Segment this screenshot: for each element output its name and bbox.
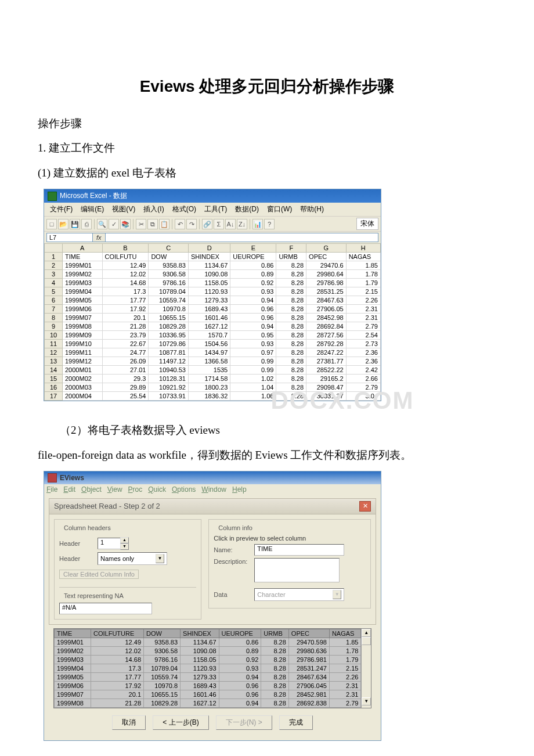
cell[interactable]: 1.06 bbox=[230, 392, 276, 401]
cell[interactable]: 8.28 bbox=[276, 348, 306, 357]
menu-item[interactable]: 格式(O) bbox=[169, 204, 200, 215]
cell[interactable]: 14.68 bbox=[102, 279, 149, 287]
cell[interactable]: 1134.67 bbox=[181, 638, 219, 646]
cell[interactable]: 28522.22 bbox=[306, 366, 347, 375]
cell[interactable]: 25.54 bbox=[102, 392, 149, 401]
cell[interactable]: 1999M01 bbox=[55, 638, 91, 646]
cell[interactable]: 0.94 bbox=[219, 699, 261, 707]
row-header[interactable]: 4 bbox=[45, 279, 63, 287]
cell[interactable]: 8.28 bbox=[276, 357, 306, 366]
cell[interactable]: 1158.05 bbox=[188, 279, 230, 287]
cell[interactable]: 17.3 bbox=[102, 287, 149, 296]
cell[interactable]: 17.92 bbox=[91, 681, 144, 690]
back-button[interactable]: < 上一步(B) bbox=[153, 715, 208, 730]
column-header[interactable]: B bbox=[102, 244, 149, 253]
cell[interactable]: 27.01 bbox=[102, 366, 149, 375]
menu-item[interactable]: Quick bbox=[148, 485, 166, 494]
cell[interactable]: 1120.93 bbox=[181, 664, 219, 672]
cell[interactable]: 10921.92 bbox=[149, 383, 189, 392]
cell[interactable]: 1627.12 bbox=[188, 322, 230, 331]
name-input[interactable]: TIME bbox=[254, 544, 344, 556]
cell[interactable]: 1535 bbox=[188, 366, 230, 375]
cell[interactable]: 1090.08 bbox=[188, 270, 230, 279]
cell[interactable]: 12.49 bbox=[91, 638, 144, 646]
row-header[interactable]: 7 bbox=[45, 305, 63, 314]
copy-icon[interactable]: ⧉ bbox=[147, 219, 158, 229]
cell[interactable]: 23.79 bbox=[102, 331, 149, 340]
row-header[interactable]: 1 bbox=[45, 253, 63, 261]
cell[interactable]: 0.94 bbox=[219, 672, 261, 681]
menu-item[interactable]: Window bbox=[201, 485, 226, 494]
menu-item[interactable]: Object bbox=[81, 485, 102, 494]
fx-icon[interactable]: fx bbox=[93, 233, 106, 242]
cell[interactable]: 2.73 bbox=[346, 340, 380, 348]
cell[interactable]: 0.89 bbox=[230, 270, 276, 279]
cell[interactable]: 26.09 bbox=[102, 357, 149, 366]
cell[interactable]: 8.28 bbox=[276, 322, 306, 331]
cell[interactable]: 27906.05 bbox=[306, 305, 347, 314]
cell[interactable]: 2.54 bbox=[346, 331, 380, 340]
cell[interactable]: 29786.981 bbox=[288, 655, 329, 664]
cell[interactable]: 9306.58 bbox=[144, 646, 181, 655]
spell-icon[interactable]: ✓ bbox=[109, 219, 119, 229]
column-header[interactable]: F bbox=[276, 244, 306, 253]
cell[interactable]: 29.3 bbox=[102, 375, 149, 383]
cell[interactable]: 0.96 bbox=[219, 690, 261, 699]
close-icon[interactable]: ✕ bbox=[359, 501, 371, 512]
excel-spreadsheet[interactable]: ABCDEFGH1TIMECOILFUTUDOWSHINDEXUEUROPEUR… bbox=[44, 243, 381, 401]
cell[interactable]: OPEC bbox=[306, 253, 347, 261]
redo-icon[interactable]: ↷ bbox=[186, 219, 197, 229]
cell[interactable]: 27906.045 bbox=[288, 681, 329, 690]
cell[interactable]: 20.1 bbox=[91, 690, 144, 699]
cell[interactable]: 30031.37 bbox=[306, 392, 347, 401]
cell[interactable]: 1999M03 bbox=[55, 655, 91, 664]
cell[interactable]: 8.28 bbox=[261, 664, 289, 672]
cell[interactable]: 8.28 bbox=[276, 314, 306, 322]
cell[interactable]: 10970.8 bbox=[149, 305, 189, 314]
spin-down-icon[interactable]: ▼ bbox=[120, 543, 129, 550]
cell[interactable]: 28531.247 bbox=[288, 664, 329, 672]
cell[interactable]: 10729.86 bbox=[149, 340, 189, 348]
cell[interactable]: 8.28 bbox=[276, 261, 306, 270]
chart-icon[interactable]: 📊 bbox=[252, 219, 263, 229]
cell[interactable]: 17.77 bbox=[102, 296, 149, 305]
cell[interactable]: 1.85 bbox=[329, 638, 361, 646]
cell[interactable]: 21.28 bbox=[91, 699, 144, 707]
cell[interactable]: 29980.64 bbox=[306, 270, 347, 279]
column-header[interactable]: G bbox=[306, 244, 347, 253]
cell[interactable]: SHINDEX bbox=[188, 253, 230, 261]
cell[interactable]: 8.28 bbox=[276, 383, 306, 392]
cell[interactable]: 29.89 bbox=[102, 383, 149, 392]
cell[interactable]: 2000M01 bbox=[63, 366, 103, 375]
cell[interactable]: 0.94 bbox=[230, 296, 276, 305]
scrollbar[interactable]: ▲ ▼ bbox=[361, 629, 371, 708]
column-header[interactable]: TIME bbox=[55, 629, 91, 638]
cell[interactable]: 2000M02 bbox=[63, 375, 103, 383]
cell[interactable]: 2.26 bbox=[329, 672, 361, 681]
cell[interactable]: 28727.56 bbox=[306, 331, 347, 340]
cell[interactable]: 11497.12 bbox=[149, 357, 189, 366]
menu-item[interactable]: Edit bbox=[63, 485, 75, 494]
scroll-thumb[interactable] bbox=[362, 637, 371, 645]
cell[interactable]: 1999M04 bbox=[55, 664, 91, 672]
preview-table[interactable]: TIMECOILFUTUREDOWSHINDEXUEUROPEURMBOPECN… bbox=[54, 629, 361, 708]
spin-up-icon[interactable]: ▲ bbox=[120, 537, 129, 543]
print-icon[interactable]: ⎙ bbox=[81, 219, 92, 229]
font-label[interactable]: 宋体 bbox=[356, 218, 378, 230]
spinner-value[interactable]: 1 bbox=[98, 538, 121, 549]
paste-icon[interactable]: 📋 bbox=[159, 219, 169, 229]
column-header[interactable]: E bbox=[230, 244, 276, 253]
cell[interactable]: UEUROPE bbox=[230, 253, 276, 261]
help-icon[interactable]: ? bbox=[264, 219, 275, 229]
cell[interactable]: 1.78 bbox=[346, 270, 380, 279]
column-header[interactable]: URMB bbox=[261, 629, 289, 638]
cell[interactable]: 28792.28 bbox=[306, 340, 347, 348]
cell[interactable]: 1999M06 bbox=[55, 681, 91, 690]
row-header[interactable]: 6 bbox=[45, 296, 63, 305]
menu-item[interactable]: Help bbox=[232, 485, 247, 494]
cell[interactable]: 1.79 bbox=[346, 279, 380, 287]
cell[interactable]: 1999M05 bbox=[63, 296, 103, 305]
cell[interactable]: 1999M06 bbox=[63, 305, 103, 314]
undo-icon[interactable]: ↶ bbox=[175, 219, 185, 229]
cell[interactable]: 2.66 bbox=[346, 375, 380, 383]
